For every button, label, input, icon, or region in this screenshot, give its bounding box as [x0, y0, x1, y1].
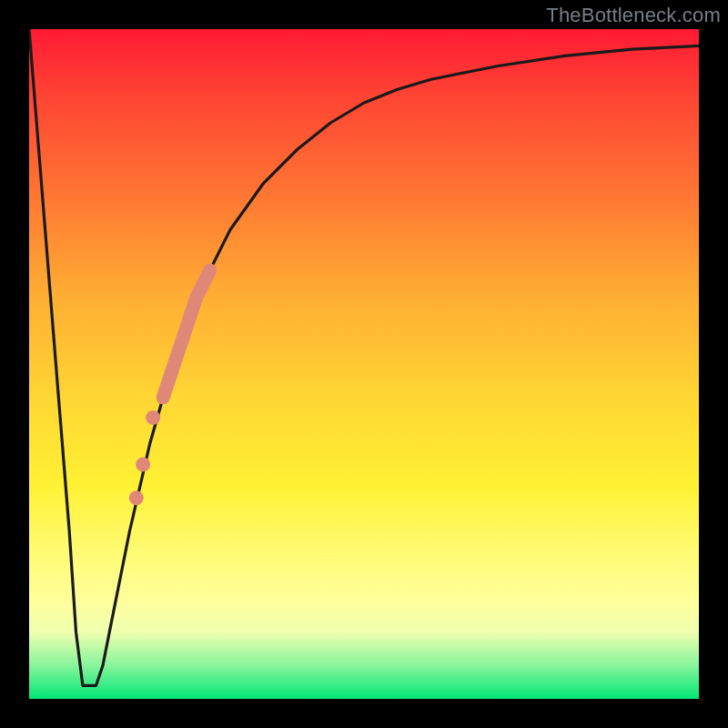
highlight-band [163, 270, 210, 398]
chart-frame: TheBottleneck.com [0, 0, 728, 728]
highlight-dot [136, 457, 150, 471]
watermark-text: TheBottleneck.com [546, 4, 721, 27]
bottleneck-curve [29, 29, 699, 685]
curve-svg [29, 29, 699, 699]
highlight-dot [129, 490, 144, 505]
highlight-dot [146, 410, 160, 425]
highlight-dots [129, 410, 160, 505]
plot-area [29, 29, 699, 699]
